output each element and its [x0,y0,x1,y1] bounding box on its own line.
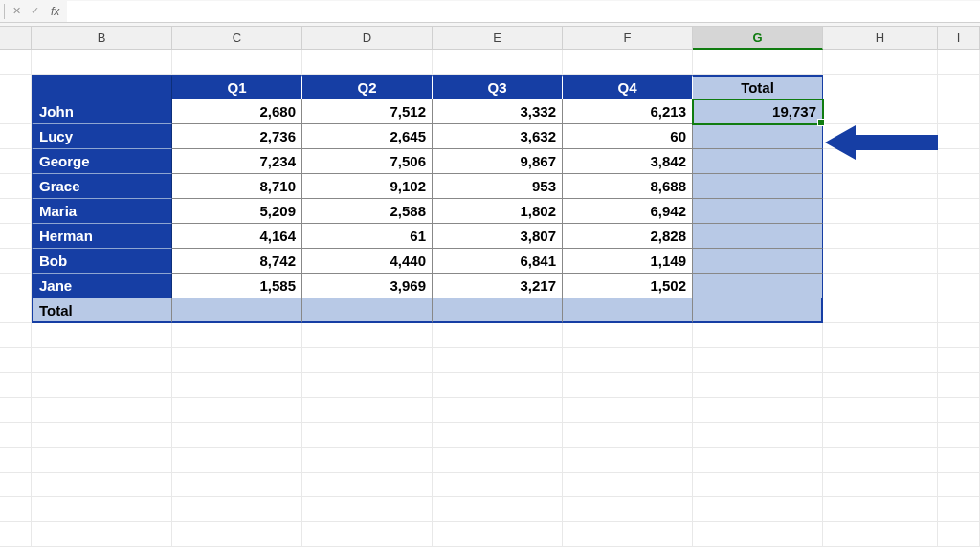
data-cell[interactable]: 5,209 [172,199,302,224]
cell[interactable] [172,473,302,497]
cell[interactable] [938,75,980,99]
total-cell[interactable] [693,174,823,199]
total-cell[interactable] [693,149,823,174]
cell[interactable] [32,323,172,348]
cell[interactable] [302,323,433,348]
col-header-C[interactable]: C [172,27,302,50]
cell[interactable] [823,298,938,323]
cell[interactable] [433,348,563,373]
data-cell[interactable]: 60 [563,124,693,149]
formula-input[interactable] [67,1,980,22]
cell[interactable] [0,274,32,298]
cell[interactable] [172,373,302,398]
cell[interactable] [433,423,563,448]
cell[interactable] [823,249,938,274]
footer-cell[interactable] [172,298,302,323]
data-cell[interactable]: 2,588 [302,199,433,224]
total-cell[interactable] [693,124,823,149]
cell[interactable] [0,124,32,149]
data-cell[interactable]: 7,234 [172,149,302,174]
spreadsheet-grid[interactable]: B C D E F G H I Q1 Q2 Q3 Q4 Tot [0,27,980,547]
cell[interactable] [938,497,980,522]
col-header-F[interactable]: F [563,27,693,50]
row-name[interactable]: John [32,99,172,124]
total-cell[interactable] [693,249,823,274]
data-cell[interactable]: 6,213 [563,99,693,124]
cell[interactable] [32,497,172,522]
row-name[interactable]: Bob [32,249,172,274]
cell[interactable] [938,199,980,224]
cell[interactable] [0,75,32,99]
total-cell-selected[interactable]: 19,737 [693,99,823,124]
cell[interactable] [563,373,693,398]
data-cell[interactable]: 1,802 [433,199,563,224]
cell[interactable] [302,448,433,473]
cell[interactable] [563,473,693,497]
cell[interactable] [823,373,938,398]
cell[interactable] [0,224,32,249]
col-header-gutter[interactable] [0,27,32,50]
cell[interactable] [172,323,302,348]
data-cell[interactable]: 7,512 [302,99,433,124]
cell[interactable] [0,99,32,124]
cell[interactable] [302,473,433,497]
cell[interactable] [823,50,938,75]
cell[interactable] [0,199,32,224]
cell[interactable] [823,497,938,522]
row-name[interactable]: Jane [32,274,172,298]
data-cell[interactable]: 2,736 [172,124,302,149]
cell[interactable] [32,423,172,448]
header-q4[interactable]: Q4 [563,75,693,99]
cell[interactable] [433,497,563,522]
total-cell[interactable] [693,199,823,224]
cell[interactable] [433,50,563,75]
cell[interactable] [302,348,433,373]
cell[interactable] [0,497,32,522]
confirm-icon[interactable]: ✓ [29,5,41,17]
cell[interactable] [693,323,823,348]
header-q2[interactable]: Q2 [302,75,433,99]
cell[interactable] [433,473,563,497]
cell[interactable] [433,398,563,423]
total-cell[interactable] [693,274,823,298]
row-name[interactable]: Lucy [32,124,172,149]
cell[interactable] [823,224,938,249]
data-cell[interactable]: 4,440 [302,249,433,274]
cell[interactable] [433,373,563,398]
data-cell[interactable]: 4,164 [172,224,302,249]
cell[interactable] [823,423,938,448]
cell[interactable] [172,448,302,473]
cell[interactable] [302,50,433,75]
row-name[interactable]: Maria [32,199,172,224]
cell[interactable] [938,473,980,497]
header-q3[interactable]: Q3 [433,75,563,99]
cell[interactable] [823,274,938,298]
cell[interactable] [938,348,980,373]
header-q1[interactable]: Q1 [172,75,302,99]
cell[interactable] [32,50,172,75]
cell[interactable] [302,423,433,448]
cell[interactable] [938,423,980,448]
cell[interactable] [823,473,938,497]
footer-label[interactable]: Total [32,298,172,323]
row-name[interactable]: Grace [32,174,172,199]
data-cell[interactable]: 61 [302,224,433,249]
cell[interactable] [823,323,938,348]
cell[interactable] [433,323,563,348]
cell[interactable] [693,522,823,547]
cell[interactable] [0,448,32,473]
cell[interactable] [938,224,980,249]
cell[interactable] [302,522,433,547]
cell[interactable] [938,298,980,323]
data-cell[interactable]: 3,632 [433,124,563,149]
cell[interactable] [302,497,433,522]
data-cell[interactable]: 3,842 [563,149,693,174]
data-cell[interactable]: 7,506 [302,149,433,174]
cell[interactable] [938,522,980,547]
cell[interactable] [563,423,693,448]
data-cell[interactable]: 9,867 [433,149,563,174]
cell[interactable] [0,249,32,274]
cell[interactable] [938,174,980,199]
data-cell[interactable]: 8,710 [172,174,302,199]
cell[interactable] [693,497,823,522]
